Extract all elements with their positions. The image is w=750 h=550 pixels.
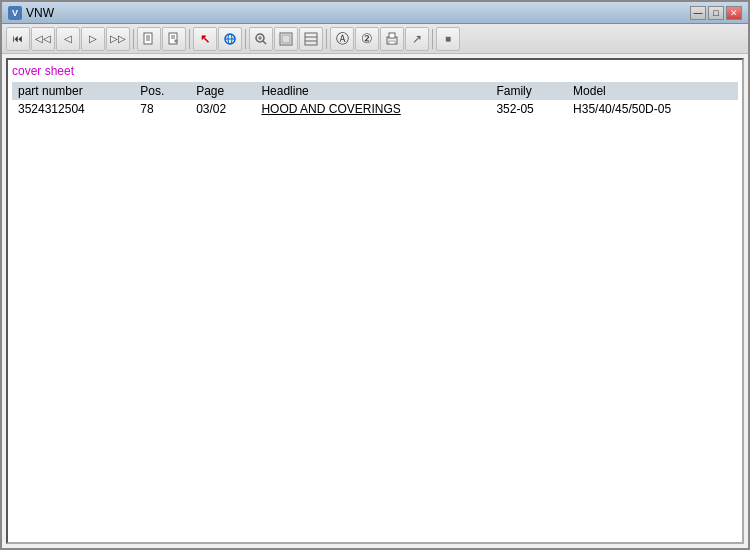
header-row: part number Pos. Page Headline Family Mo… <box>12 82 738 100</box>
doc-button[interactable] <box>137 27 161 51</box>
maximize-button[interactable]: □ <box>708 6 724 20</box>
table-row: 35243125047803/02HOOD AND COVERINGS352-0… <box>12 100 738 118</box>
cover-sheet-label: cover sheet <box>12 64 738 78</box>
svg-rect-20 <box>389 33 395 38</box>
first-button[interactable]: ⏮ <box>6 27 30 51</box>
box1-button[interactable] <box>274 27 298 51</box>
zoom-button[interactable] <box>249 27 273 51</box>
toolbar: ⏮ ◁◁ ◁ ▷ ▷▷ ↖ Ⓐ ② ↗ <box>2 24 748 54</box>
col-headline: Headline <box>255 82 490 100</box>
prev-button[interactable]: ◁ <box>56 27 80 51</box>
svg-line-11 <box>263 41 266 44</box>
svg-rect-15 <box>282 35 290 43</box>
sep3 <box>245 29 246 49</box>
cell-part_number: 3524312504 <box>12 100 134 118</box>
main-window: V VNW — □ ✕ ⏮ ◁◁ ◁ ▷ ▷▷ ↖ <box>0 0 750 550</box>
circleA-button[interactable]: Ⓐ <box>330 27 354 51</box>
box2-button[interactable] <box>299 27 323 51</box>
col-part-number: part number <box>12 82 134 100</box>
sep4 <box>326 29 327 49</box>
last10-button[interactable]: ▷▷ <box>106 27 130 51</box>
cell-headline[interactable]: HOOD AND COVERINGS <box>255 100 490 118</box>
minimize-button[interactable]: — <box>690 6 706 20</box>
svg-rect-21 <box>389 41 395 44</box>
title-bar-left: V VNW <box>8 6 54 20</box>
cell-model: H35/40/45/50D-05 <box>567 100 738 118</box>
results-table: part number Pos. Page Headline Family Mo… <box>12 82 738 118</box>
sep5 <box>432 29 433 49</box>
window-title: VNW <box>26 6 54 20</box>
table-body: 35243125047803/02HOOD AND COVERINGS352-0… <box>12 100 738 118</box>
col-model: Model <box>567 82 738 100</box>
close-button[interactable]: ✕ <box>726 6 742 20</box>
next-button[interactable]: ▷ <box>81 27 105 51</box>
edit-button[interactable] <box>162 27 186 51</box>
print-button[interactable] <box>380 27 404 51</box>
app-icon: V <box>8 6 22 20</box>
title-bar: V VNW — □ ✕ <box>2 2 748 24</box>
sep2 <box>189 29 190 49</box>
svg-rect-16 <box>305 33 317 45</box>
cell-family: 352-05 <box>490 100 567 118</box>
globe-button[interactable] <box>218 27 242 51</box>
cell-pos: 78 <box>134 100 190 118</box>
title-bar-buttons: — □ ✕ <box>690 6 742 20</box>
cell-page: 03/02 <box>190 100 255 118</box>
col-family: Family <box>490 82 567 100</box>
prev10-button[interactable]: ◁◁ <box>31 27 55 51</box>
sep1 <box>133 29 134 49</box>
arrow-button[interactable]: ↗ <box>405 27 429 51</box>
circle2-button[interactable]: ② <box>355 27 379 51</box>
stop-button[interactable]: ■ <box>436 27 460 51</box>
table-header: part number Pos. Page Headline Family Mo… <box>12 82 738 100</box>
cursor-button[interactable]: ↖ <box>193 27 217 51</box>
col-page: Page <box>190 82 255 100</box>
col-pos: Pos. <box>134 82 190 100</box>
content-area: cover sheet part number Pos. Page Headli… <box>6 58 744 544</box>
